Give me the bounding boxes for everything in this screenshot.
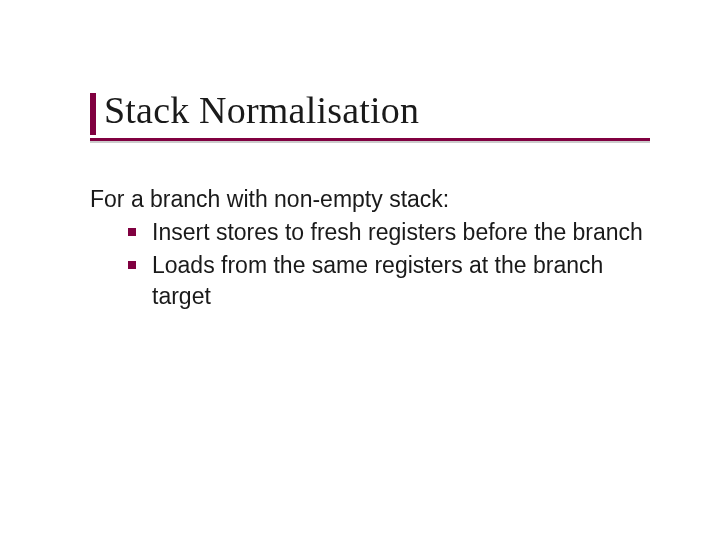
- title-accent-bar: [90, 93, 96, 135]
- square-bullet-icon: [128, 228, 136, 236]
- list-item-text: Insert stores to fresh registers before …: [152, 219, 643, 245]
- bullet-list: Insert stores to fresh registers before …: [90, 217, 650, 312]
- slide-title: Stack Normalisation: [104, 88, 650, 132]
- body-block: For a branch with non-empty stack: Inser…: [90, 184, 650, 314]
- title-block: Stack Normalisation: [90, 88, 650, 143]
- lead-text: For a branch with non-empty stack:: [90, 184, 650, 215]
- slide: Stack Normalisation For a branch with no…: [0, 0, 720, 540]
- list-item: Loads from the same registers at the bra…: [128, 250, 650, 312]
- list-item-text: Loads from the same registers at the bra…: [152, 252, 603, 309]
- square-bullet-icon: [128, 261, 136, 269]
- title-underline-shadow: [90, 141, 650, 143]
- list-item: Insert stores to fresh registers before …: [128, 217, 650, 248]
